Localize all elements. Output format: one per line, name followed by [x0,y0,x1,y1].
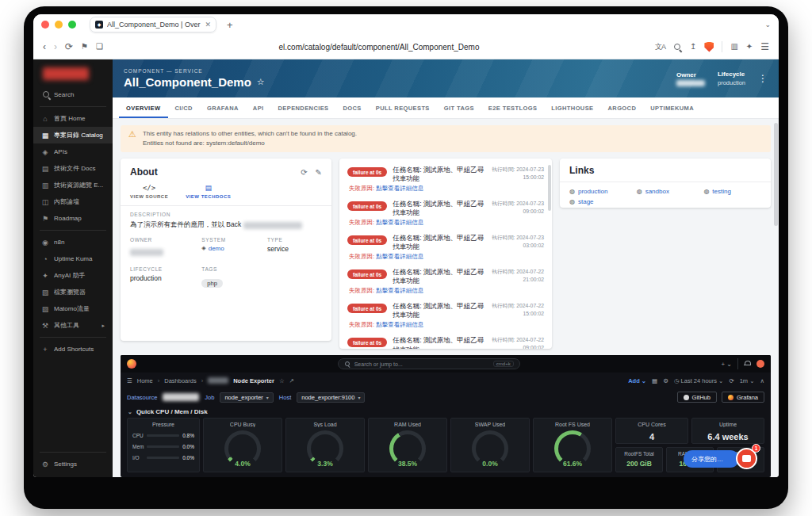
zoom-search-icon[interactable] [673,43,682,52]
grafana-logo-icon[interactable] [127,359,136,369]
sidebar-item-search[interactable]: Search [33,86,113,103]
new-tab-button[interactable]: + [227,19,233,31]
sidebar-item-uptime-kuma[interactable]: ◔Uptime Kuma [33,250,113,267]
warning-line2: Entities not found are: system:default/d… [143,139,357,148]
sidebar-item-add-shortcuts[interactable]: +Add Shortcuts [33,341,113,357]
sidebar-item-resources[interactable]: ▥技術資源總覽 E... [33,177,113,193]
sidebar-item-apis[interactable]: ◈APIs [33,143,113,160]
tab-pull-requests[interactable]: PULL REQUESTS [369,97,437,118]
github-button[interactable]: GitHub [677,392,717,403]
link-sandbox[interactable]: ◍sandbox [637,188,701,195]
favorite-star-icon[interactable]: ☆ [257,77,265,87]
sidebar-item-file-browser[interactable]: ▧檔案瀏覽器 [33,284,113,300]
hamburger-icon[interactable]: ☰ [127,377,132,384]
collapse-chevron-icon[interactable]: ∧ [760,377,765,384]
failure-detail-link[interactable]: 點擊查看詳細信息 [376,185,423,192]
link-production[interactable]: ◍production [569,188,634,195]
warning-banner: ⚠ This entity has relations to other ent… [121,125,771,152]
time-range-picker[interactable]: ◷ Last 24 hours ⌄ [674,377,723,384]
failure-detail-link[interactable]: 點擊查看詳細信息 [376,253,423,260]
share-icon[interactable]: ↥ [690,43,696,51]
grafana-search[interactable]: Search or jump to... cmd+k [338,358,520,369]
tab-e2e-testlogs[interactable]: E2E TESTLOGS [481,97,544,118]
failure-detail-link[interactable]: 點擊查看詳細信息 [376,321,423,328]
refresh-icon[interactable]: ⟳ [729,377,733,384]
host-label: Host [279,394,291,401]
sidebar-item-n8n[interactable]: ◉n8n [33,234,113,250]
tab-uptimekuma[interactable]: UPTIMEKUMA [643,97,701,118]
breadcrumb-home[interactable]: Home [137,377,153,384]
grafana-button[interactable]: Grafana [722,392,764,403]
tag-chip[interactable]: php [201,279,223,288]
sidebar-item-matomo[interactable]: ▨Matomo流量 [33,300,113,317]
address-bar[interactable]: el.com/catalog/default/component/All_Com… [111,43,647,52]
browser-tab[interactable]: ◆ All_Component_Demo | Over ✕ [90,17,216,32]
sidebar-item-home[interactable]: ⌂首頁 Home [33,110,113,127]
link-testing[interactable]: ◍testing [703,188,761,195]
sidebar-item-forum[interactable]: ◫內部論壇 [33,193,113,210]
tab-lighthouse[interactable]: LIGHTHOUSE [544,97,600,118]
tab-search-chevron-icon[interactable]: ⌄ [764,21,771,29]
sparkle-icon[interactable]: ✦ [746,43,753,51]
page-scrollbar[interactable] [774,123,778,226]
view-source-button[interactable]: </> VIEW SOURCE [130,184,168,200]
bookmark-flag-icon[interactable]: ⚑ [81,43,88,51]
gear-icon: ⚙ [41,461,49,468]
browser-window: ◆ All_Component_Demo | Over ✕ + ⌄ ‹ › ⟳ … [33,14,779,477]
new-menu-icon[interactable]: + ⌄ [721,361,732,368]
star-icon[interactable]: ☆ [279,377,285,384]
zoom-window-button[interactable] [68,21,76,29]
menu-icon[interactable]: ☰ [760,42,769,52]
tab-grafana[interactable]: GRAFANA [200,97,246,118]
sidebar-item-anyai[interactable]: ✦AnyAI 助手 [33,267,113,284]
job-label: Job [205,394,214,401]
tab-dependencies[interactable]: DEPENDENCIES [271,97,336,118]
datasource-value-redacted[interactable] [163,393,199,401]
globe-icon: ◍ [637,188,642,195]
link-stage[interactable]: ◍stage [569,198,634,205]
shortcut-hint: cmd+k [493,361,514,367]
sidebar-panel-icon[interactable]: ▥ [730,43,737,51]
feedback-widget[interactable]: 分享您的… 1 [684,450,739,468]
tab-api[interactable]: API [246,97,271,118]
reload-button[interactable]: ⟳ [65,42,73,52]
translate-icon[interactable]: 文A [655,44,665,51]
site-info-icon[interactable]: ❏ [96,43,103,51]
panel-icon[interactable]: ▦ [652,377,657,384]
tab-cicd[interactable]: CI/CD [168,97,200,118]
sidebar-item-roadmap[interactable]: ⚑Roadmap [33,210,113,227]
sidebar-item-other-tools[interactable]: ⚒其他工具▸ [33,317,113,334]
system-link[interactable]: demo [209,245,224,252]
add-button[interactable]: Add ⌄ [628,377,646,384]
kebab-menu-icon[interactable]: ⋮ [758,73,768,84]
refresh-icon[interactable]: ⟳ [301,168,307,177]
close-window-button[interactable] [41,21,49,29]
row-quick-cpu-mem-disk[interactable]: ⌄ Quick CPU / Mem / Disk [121,406,771,418]
tab-argocd[interactable]: ARGOCD [601,97,644,118]
bell-icon[interactable] [744,361,751,368]
sidebar-item-settings[interactable]: ⚙Settings [33,456,113,472]
sidebar-item-docs[interactable]: ▤技術文件 Docs [33,160,113,177]
view-techdocs-button[interactable]: ▤ VIEW TECHDOCS [186,184,231,200]
tab-docs[interactable]: DOCS [336,97,369,118]
sidebar-item-catalog[interactable]: ▦專案目錄 Catalog [33,127,113,143]
failure-detail-link[interactable]: 點擊查看詳細信息 [376,219,423,226]
close-tab-icon[interactable]: ✕ [205,21,211,29]
brave-shield-icon[interactable] [704,42,714,52]
avatar[interactable] [756,360,764,368]
events-scrollbar[interactable] [548,165,551,211]
tab-git-tags[interactable]: GIT TAGS [437,97,481,118]
share-arrow-icon[interactable]: ↗ [289,377,294,384]
forward-button[interactable]: › [54,42,57,52]
datasource-label: Datasource [127,394,157,401]
tab-overview[interactable]: OVERVIEW [119,97,168,118]
refresh-interval-picker[interactable]: 1m ⌄ [740,377,755,384]
edit-icon[interactable]: ✎ [316,168,322,177]
minimize-window-button[interactable] [55,21,63,29]
host-select[interactable]: node_exporter:9100▾ [297,392,365,403]
breadcrumb-dashboards[interactable]: Dashboards [164,377,196,384]
back-button[interactable]: ‹ [43,42,46,52]
dashboard-settings-icon[interactable]: ⚙ [663,377,668,384]
job-select[interactable]: node_exporter▾ [220,392,273,403]
failure-detail-link[interactable]: 點擊查看詳細信息 [376,287,423,294]
